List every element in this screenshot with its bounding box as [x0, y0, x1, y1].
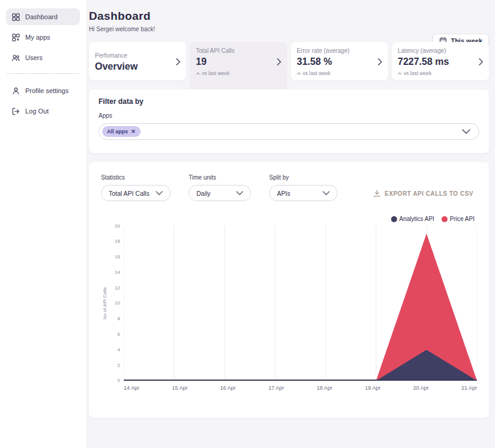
area-series — [124, 350, 477, 381]
chevron-up-icon — [196, 72, 200, 75]
stat-card-error-rate[interactable]: Error rate (average) 31.58 % vs last wee… — [291, 42, 388, 80]
x-tick-label: 18 Apr — [317, 385, 332, 392]
y-axis-title: No of API Calls — [101, 226, 108, 381]
legend-label: Price API — [450, 216, 475, 222]
chart-controls-row: Statistics Total API Calls Time units Da… — [101, 174, 477, 201]
x-tick-label: 14 Apr — [124, 385, 139, 392]
chevron-up-icon — [398, 72, 402, 75]
sidebar-item-dashboard[interactable]: Dashboard — [6, 8, 80, 25]
chart-svg — [124, 226, 477, 381]
x-tick-label: 19 Apr — [365, 385, 380, 392]
chevron-right-icon — [277, 58, 281, 65]
sidebar-item-profile-settings[interactable]: Profile settings — [6, 82, 80, 99]
sidebar-divider — [7, 73, 79, 74]
statistics-panel: Statistics Total API Calls Time units Da… — [89, 162, 489, 418]
apps-icon — [11, 32, 20, 42]
split-by-value: APIs — [277, 190, 290, 197]
stat-card-total-api-calls[interactable]: Total API Calls 19 vs last week — [190, 42, 287, 80]
main-content: Dashboard Hi Sergei welcome back! This w… — [86, 0, 495, 448]
logout-icon — [11, 106, 20, 116]
y-axis: 20181614121086420 — [108, 226, 124, 381]
stat-card-note: vs last week — [196, 70, 275, 76]
stat-card-label: Error rate (average) — [297, 47, 375, 54]
legend-dot — [391, 216, 397, 222]
export-csv-button[interactable]: EXPORT API CALLS TO CSV — [369, 189, 477, 198]
legend-dot — [442, 216, 448, 222]
stat-card-note: vs last week — [297, 70, 375, 76]
plot-area — [124, 226, 477, 381]
apps-select[interactable]: All apps ✕ — [99, 123, 479, 140]
chevron-down-icon — [236, 191, 243, 195]
sidebar-item-label: My apps — [25, 34, 50, 41]
statistics-value: Total API Calls — [109, 190, 150, 197]
sidebar-item-label: Dashboard — [25, 13, 58, 20]
split-by-label: Split by — [269, 174, 338, 181]
chevron-right-icon — [176, 58, 180, 65]
sidebar-item-my-apps[interactable]: My apps — [6, 29, 80, 46]
split-by-select[interactable]: APIs — [269, 185, 338, 201]
sidebar: Dashboard My apps Users Profile settings… — [0, 0, 86, 448]
time-units-label: Time units — [189, 174, 251, 181]
stat-card-value: 19 — [196, 56, 275, 67]
stat-card-latency[interactable]: Latency (average) 7227.58 ms vs last wee… — [392, 42, 489, 80]
x-tick-label: 21 Apr — [461, 385, 477, 392]
time-units-value: Daily — [196, 190, 210, 197]
sidebar-item-label: Log Out — [25, 107, 49, 115]
sidebar-item-log-out[interactable]: Log Out — [6, 103, 80, 120]
sidebar-item-label: Users — [25, 54, 43, 61]
sidebar-item-label: Profile settings — [25, 87, 68, 94]
legend-label: Analytics API — [399, 216, 434, 222]
export-csv-label: EXPORT API CALLS TO CSV — [384, 190, 473, 197]
chip-label: All apps — [107, 129, 128, 135]
welcome-subtitle: Hi Sergei welcome back! — [89, 26, 489, 32]
chip-close-icon[interactable]: ✕ — [131, 129, 136, 135]
chevron-down-icon — [323, 191, 330, 195]
download-icon — [373, 190, 381, 197]
x-tick-label: 17 Apr — [269, 385, 284, 392]
chevron-right-icon — [479, 58, 483, 65]
stat-card-performance[interactable]: Perfomance Overview — [89, 42, 186, 80]
all-apps-chip[interactable]: All apps ✕ — [102, 126, 141, 137]
users-icon — [11, 53, 20, 62]
chevron-down-icon — [156, 191, 163, 195]
x-tick-label: 15 Apr — [172, 385, 187, 392]
page-title: Dashboard — [89, 10, 489, 23]
stat-cards-row: Perfomance Overview Total API Calls 19 v… — [89, 42, 489, 80]
stat-card-label: Perfomance — [95, 52, 174, 59]
time-units-select[interactable]: Daily — [189, 185, 251, 201]
statistics-control: Statistics Total API Calls — [101, 174, 171, 201]
filter-title: Filter data by — [99, 97, 479, 106]
filter-panel: Filter data by Apps All apps ✕ — [89, 89, 489, 153]
profile-icon — [11, 86, 20, 95]
time-units-control: Time units Daily — [189, 174, 251, 201]
x-axis: 14 Apr15 Apr16 Apr17 Apr18 Apr19 Apr20 A… — [124, 381, 477, 392]
stat-card-note: vs last week — [398, 70, 476, 76]
legend-item[interactable]: Price API — [442, 216, 475, 222]
stat-card-label: Latency (average) — [398, 47, 476, 54]
stat-card-value: 7227.58 ms — [398, 56, 476, 67]
split-by-control: Split by APIs — [269, 174, 338, 201]
chart-legend: Analytics APIPrice API — [103, 216, 475, 222]
chevron-up-icon — [297, 72, 301, 75]
x-tick-label: 20 Apr — [413, 385, 429, 392]
statistics-select[interactable]: Total API Calls — [101, 185, 171, 201]
stat-card-value: 31.58 % — [297, 56, 375, 67]
statistics-label: Statistics — [101, 174, 171, 181]
apps-field-label: Apps — [99, 112, 479, 119]
x-tick-label: 16 Apr — [220, 385, 236, 392]
sidebar-item-users[interactable]: Users — [6, 49, 80, 66]
legend-item[interactable]: Analytics API — [391, 216, 434, 222]
dashboard-icon — [11, 12, 20, 22]
stat-card-label: Total API Calls — [196, 47, 275, 54]
chevron-down-icon — [462, 129, 470, 134]
stat-card-value: Overview — [95, 61, 174, 72]
api-calls-chart: No of API Calls 20181614121086420 14 Apr… — [101, 226, 477, 392]
chevron-right-icon — [378, 58, 382, 65]
